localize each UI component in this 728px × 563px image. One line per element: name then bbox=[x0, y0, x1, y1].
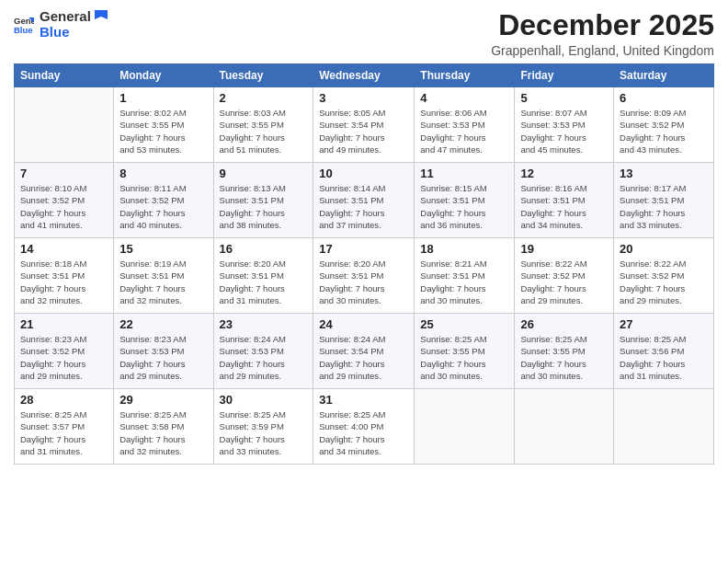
day-info: Sunrise: 8:11 AMSunset: 3:52 PMDaylight:… bbox=[119, 182, 207, 231]
logo: General Blue General Blue bbox=[14, 9, 109, 40]
table-row: 31Sunrise: 8:25 AMSunset: 4:00 PMDayligh… bbox=[313, 389, 415, 465]
table-row: 13Sunrise: 8:17 AMSunset: 3:51 PMDayligh… bbox=[614, 163, 714, 238]
svg-text:Blue: Blue bbox=[14, 24, 33, 34]
day-number: 30 bbox=[220, 393, 308, 407]
calendar-week-5: 28Sunrise: 8:25 AMSunset: 3:57 PMDayligh… bbox=[15, 389, 714, 465]
day-number: 13 bbox=[620, 167, 708, 180]
day-info: Sunrise: 8:17 AMSunset: 3:51 PMDaylight:… bbox=[620, 182, 708, 231]
table-row: 25Sunrise: 8:25 AMSunset: 3:55 PMDayligh… bbox=[415, 314, 515, 389]
day-info: Sunrise: 8:07 AMSunset: 3:53 PMDaylight:… bbox=[520, 107, 608, 155]
table-row: 2Sunrise: 8:03 AMSunset: 3:55 PMDaylight… bbox=[213, 87, 313, 163]
day-info: Sunrise: 8:25 AMSunset: 3:55 PMDaylight:… bbox=[520, 333, 608, 382]
day-number: 8 bbox=[119, 167, 207, 180]
table-row: 6Sunrise: 8:09 AMSunset: 3:52 PMDaylight… bbox=[614, 87, 714, 163]
col-monday: Monday bbox=[114, 64, 213, 87]
col-tuesday: Tuesday bbox=[213, 64, 313, 87]
col-friday: Friday bbox=[515, 64, 614, 87]
day-number: 22 bbox=[119, 317, 207, 331]
table-row: 14Sunrise: 8:18 AMSunset: 3:51 PMDayligh… bbox=[15, 238, 114, 314]
calendar-header-row: Sunday Monday Tuesday Wednesday Thursday… bbox=[15, 64, 714, 87]
day-number: 31 bbox=[319, 393, 408, 407]
logo-blue-text: Blue bbox=[40, 25, 91, 40]
day-number: 12 bbox=[520, 167, 608, 180]
svg-marker-3 bbox=[95, 10, 108, 19]
day-number: 29 bbox=[119, 393, 207, 407]
day-info: Sunrise: 8:06 AMSunset: 3:53 PMDaylight:… bbox=[420, 107, 508, 155]
day-number: 20 bbox=[620, 242, 708, 256]
day-info: Sunrise: 8:14 AMSunset: 3:51 PMDaylight:… bbox=[319, 182, 408, 231]
calendar-table: Sunday Monday Tuesday Wednesday Thursday… bbox=[14, 63, 714, 465]
day-info: Sunrise: 8:15 AMSunset: 3:51 PMDaylight:… bbox=[420, 182, 508, 231]
day-info: Sunrise: 8:24 AMSunset: 3:53 PMDaylight:… bbox=[220, 333, 308, 382]
day-number: 7 bbox=[20, 167, 108, 180]
table-row: 26Sunrise: 8:25 AMSunset: 3:55 PMDayligh… bbox=[515, 314, 614, 389]
day-number: 18 bbox=[420, 242, 508, 256]
calendar-week-1: 1Sunrise: 8:02 AMSunset: 3:55 PMDaylight… bbox=[15, 87, 714, 163]
day-info: Sunrise: 8:05 AMSunset: 3:54 PMDaylight:… bbox=[319, 107, 408, 155]
table-row: 20Sunrise: 8:22 AMSunset: 3:52 PMDayligh… bbox=[614, 238, 714, 314]
table-row: 15Sunrise: 8:19 AMSunset: 3:51 PMDayligh… bbox=[114, 238, 213, 314]
day-info: Sunrise: 8:22 AMSunset: 3:52 PMDaylight:… bbox=[620, 258, 708, 306]
table-row bbox=[614, 389, 714, 465]
calendar-week-4: 21Sunrise: 8:23 AMSunset: 3:52 PMDayligh… bbox=[15, 314, 714, 389]
table-row: 24Sunrise: 8:24 AMSunset: 3:54 PMDayligh… bbox=[313, 314, 415, 389]
day-number: 15 bbox=[119, 242, 207, 256]
day-info: Sunrise: 8:02 AMSunset: 3:55 PMDaylight:… bbox=[119, 107, 207, 155]
calendar-week-3: 14Sunrise: 8:18 AMSunset: 3:51 PMDayligh… bbox=[15, 238, 714, 314]
table-row: 29Sunrise: 8:25 AMSunset: 3:58 PMDayligh… bbox=[114, 389, 213, 465]
day-number: 14 bbox=[20, 242, 108, 256]
day-number: 10 bbox=[319, 167, 408, 180]
day-number: 19 bbox=[520, 242, 608, 256]
day-number: 11 bbox=[420, 167, 508, 180]
table-row: 4Sunrise: 8:06 AMSunset: 3:53 PMDaylight… bbox=[415, 87, 515, 163]
table-row: 1Sunrise: 8:02 AMSunset: 3:55 PMDaylight… bbox=[114, 87, 213, 163]
day-info: Sunrise: 8:22 AMSunset: 3:52 PMDaylight:… bbox=[520, 258, 608, 306]
table-row: 23Sunrise: 8:24 AMSunset: 3:53 PMDayligh… bbox=[213, 314, 313, 389]
day-info: Sunrise: 8:03 AMSunset: 3:55 PMDaylight:… bbox=[220, 107, 308, 155]
day-info: Sunrise: 8:25 AMSunset: 3:56 PMDaylight:… bbox=[620, 333, 708, 382]
day-info: Sunrise: 8:24 AMSunset: 3:54 PMDaylight:… bbox=[319, 333, 408, 382]
col-saturday: Saturday bbox=[614, 64, 714, 87]
flag-icon bbox=[93, 8, 109, 25]
day-number: 1 bbox=[119, 91, 207, 105]
table-row: 9Sunrise: 8:13 AMSunset: 3:51 PMDaylight… bbox=[213, 163, 313, 238]
day-number: 5 bbox=[520, 91, 608, 105]
table-row bbox=[415, 389, 515, 465]
table-row: 19Sunrise: 8:22 AMSunset: 3:52 PMDayligh… bbox=[515, 238, 614, 314]
table-row bbox=[515, 389, 614, 465]
day-number: 9 bbox=[220, 167, 308, 180]
logo-general-text: General bbox=[40, 9, 91, 25]
header: General Blue General Blue December 2025 … bbox=[14, 9, 714, 58]
col-thursday: Thursday bbox=[415, 64, 515, 87]
day-info: Sunrise: 8:25 AMSunset: 3:55 PMDaylight:… bbox=[420, 333, 508, 382]
table-row: 17Sunrise: 8:20 AMSunset: 3:51 PMDayligh… bbox=[313, 238, 415, 314]
day-info: Sunrise: 8:13 AMSunset: 3:51 PMDaylight:… bbox=[220, 182, 308, 231]
day-info: Sunrise: 8:25 AMSunset: 3:58 PMDaylight:… bbox=[119, 408, 207, 457]
day-number: 26 bbox=[520, 317, 608, 331]
day-info: Sunrise: 8:20 AMSunset: 3:51 PMDaylight:… bbox=[220, 258, 308, 306]
table-row: 11Sunrise: 8:15 AMSunset: 3:51 PMDayligh… bbox=[415, 163, 515, 238]
day-number: 6 bbox=[620, 91, 708, 105]
day-info: Sunrise: 8:23 AMSunset: 3:53 PMDaylight:… bbox=[119, 333, 207, 382]
col-sunday: Sunday bbox=[15, 64, 114, 87]
subtitle: Grappenhall, England, United Kingdom bbox=[491, 43, 714, 58]
table-row: 27Sunrise: 8:25 AMSunset: 3:56 PMDayligh… bbox=[614, 314, 714, 389]
day-number: 21 bbox=[20, 317, 108, 331]
day-number: 24 bbox=[319, 317, 408, 331]
day-info: Sunrise: 8:25 AMSunset: 3:57 PMDaylight:… bbox=[20, 408, 108, 457]
day-info: Sunrise: 8:21 AMSunset: 3:51 PMDaylight:… bbox=[420, 258, 508, 306]
table-row: 22Sunrise: 8:23 AMSunset: 3:53 PMDayligh… bbox=[114, 314, 213, 389]
day-number: 16 bbox=[220, 242, 308, 256]
day-number: 17 bbox=[319, 242, 408, 256]
table-row: 28Sunrise: 8:25 AMSunset: 3:57 PMDayligh… bbox=[15, 389, 114, 465]
table-row: 30Sunrise: 8:25 AMSunset: 3:59 PMDayligh… bbox=[213, 389, 313, 465]
table-row: 12Sunrise: 8:16 AMSunset: 3:51 PMDayligh… bbox=[515, 163, 614, 238]
day-info: Sunrise: 8:25 AMSunset: 3:59 PMDaylight:… bbox=[220, 408, 308, 457]
day-number: 28 bbox=[20, 393, 108, 407]
title-block: December 2025 Grappenhall, England, Unit… bbox=[491, 9, 714, 58]
day-info: Sunrise: 8:19 AMSunset: 3:51 PMDaylight:… bbox=[119, 258, 207, 306]
day-info: Sunrise: 8:23 AMSunset: 3:52 PMDaylight:… bbox=[20, 333, 108, 382]
table-row: 10Sunrise: 8:14 AMSunset: 3:51 PMDayligh… bbox=[313, 163, 415, 238]
calendar-week-2: 7Sunrise: 8:10 AMSunset: 3:52 PMDaylight… bbox=[15, 163, 714, 238]
table-row: 7Sunrise: 8:10 AMSunset: 3:52 PMDaylight… bbox=[15, 163, 114, 238]
